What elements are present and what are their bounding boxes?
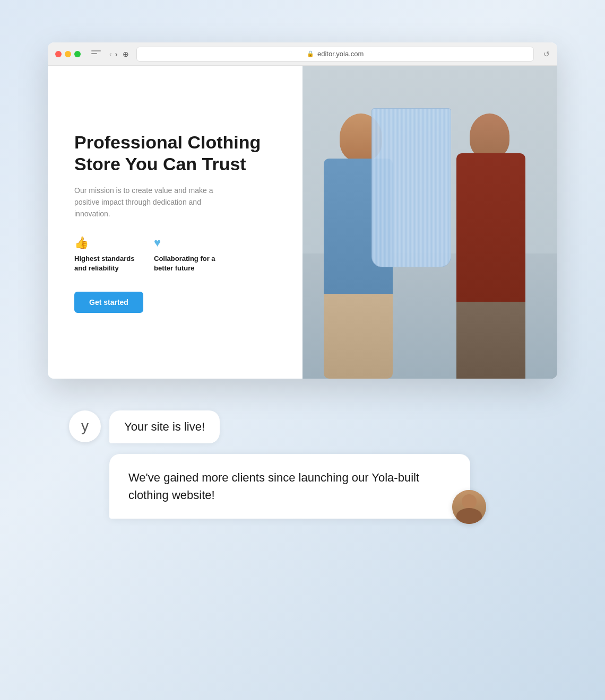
website-content: Professional Clothing Store You Can Trus…: [48, 66, 557, 379]
chat-row-testimony: We've gained more clients since launchin…: [69, 454, 536, 519]
person2-body: [456, 153, 525, 307]
hero-subtitle: Our mission is to create value and make …: [74, 185, 223, 220]
brightness-icon: ⊕: [123, 50, 129, 58]
feature-label-collaboration: Collaborating for a better future: [154, 254, 218, 273]
forward-button[interactable]: ›: [115, 50, 118, 58]
hero-title: Professional Clothing Store You Can Trus…: [74, 132, 276, 175]
testimony-text: We've gained more clients since launchin…: [128, 471, 419, 502]
browser-nav: ‹ ›: [109, 50, 117, 58]
yola-logo-text: y: [81, 418, 89, 435]
person2-head: [470, 113, 509, 159]
feature-item-collaboration: ♥ Collaborating for a better future: [154, 236, 218, 273]
fashion-photo: [302, 66, 557, 379]
feature-row: 👍 Highest standards and reliability ♥ Co…: [74, 236, 276, 273]
person1-legs: [324, 294, 393, 379]
avatar-face: [452, 490, 486, 524]
heart-icon: ♥: [154, 236, 218, 250]
chat-section: y Your site is live! We've gained more c…: [69, 400, 536, 529]
reload-icon[interactable]: ↺: [543, 50, 550, 58]
thumbsup-icon: 👍: [74, 236, 138, 250]
desktop-wrapper: ‹ › ⊕ 🔒 editor.yola.com ↺ Professional C…: [37, 32, 568, 668]
user-avatar: [452, 490, 486, 524]
feature-item-standards: 👍 Highest standards and reliability: [74, 236, 138, 273]
website-left-panel: Professional Clothing Store You Can Trus…: [48, 66, 302, 379]
feature-label-standards: Highest standards and reliability: [74, 254, 138, 273]
minimize-dot[interactable]: [65, 51, 71, 57]
chat-bubble-live: Your site is live!: [109, 410, 220, 443]
yola-avatar: y: [69, 410, 101, 442]
address-bar[interactable]: 🔒 editor.yola.com: [136, 47, 534, 62]
browser-window: ‹ › ⊕ 🔒 editor.yola.com ↺ Professional C…: [48, 42, 557, 379]
live-message-text: Your site is live!: [124, 420, 205, 433]
website-right-panel: [302, 66, 557, 379]
sidebar-toggle-icon[interactable]: [91, 50, 101, 58]
person2-legs: [456, 302, 525, 379]
maximize-dot[interactable]: [74, 51, 81, 57]
chat-bubble-testimony: We've gained more clients since launchin…: [109, 454, 470, 519]
get-started-button[interactable]: Get started: [74, 292, 143, 313]
chat-row-live: y Your site is live!: [69, 410, 536, 443]
photo-scene: [302, 66, 557, 379]
person2: [446, 113, 541, 379]
url-text: editor.yola.com: [317, 50, 364, 58]
dress-item: [371, 108, 451, 267]
lock-icon: 🔒: [307, 50, 314, 57]
close-dot[interactable]: [55, 51, 62, 57]
window-controls: [55, 51, 81, 57]
browser-toolbar: ‹ › ⊕ 🔒 editor.yola.com ↺: [48, 42, 557, 66]
back-button[interactable]: ‹: [109, 50, 112, 58]
